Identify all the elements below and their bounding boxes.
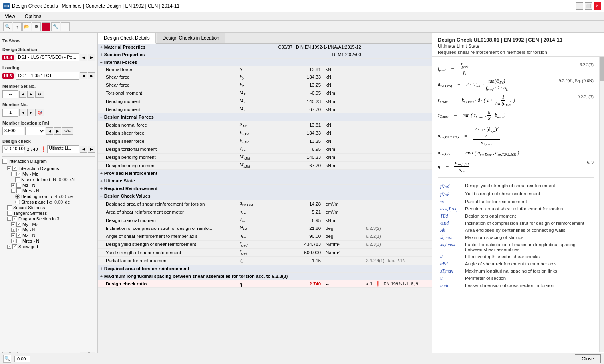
- design-check-code-input[interactable]: UL0108.01: [2, 145, 24, 153]
- expand-icon-5[interactable]: −: [7, 217, 11, 221]
- toolbar-btn-7[interactable]: ≡: [61, 22, 70, 31]
- dforce-name-6: Design bending moment: [98, 161, 237, 169]
- member-input[interactable]: 1: [2, 109, 18, 117]
- tree-mz-n[interactable]: + Mz - N: [2, 182, 95, 188]
- tree-n-user[interactable]: N user-defined N 0.00 kN: [2, 177, 95, 182]
- expand-icon-1[interactable]: −: [7, 166, 11, 170]
- member-action-button[interactable]: 🎯: [35, 109, 44, 116]
- ds-prev-button[interactable]: ◀: [80, 54, 87, 61]
- loc-prev-button[interactable]: ◀: [46, 127, 53, 135]
- restore-button[interactable]: ⬜: [585, 2, 592, 10]
- ds-next-button[interactable]: ▶: [88, 54, 95, 61]
- tree-cb-grid[interactable]: [12, 244, 17, 249]
- toolbar-btn-6[interactable]: 🔧: [51, 22, 60, 31]
- expand-icon-4[interactable]: −: [11, 189, 15, 193]
- toolbar-btn-3[interactable]: 📂: [22, 22, 31, 31]
- toolbar-btn-1[interactable]: 🔍: [3, 22, 12, 31]
- tree-cb-3[interactable]: [15, 177, 20, 182]
- expand-section[interactable]: +: [100, 53, 103, 57]
- tree-my-mz[interactable]: − My - Mz: [2, 171, 95, 177]
- expand-icon-10[interactable]: +: [7, 245, 11, 249]
- expand-icon-8[interactable]: +: [11, 233, 15, 237]
- tree-cb-secant[interactable]: [7, 205, 12, 210]
- tree-cb-tangent[interactable]: [7, 211, 12, 216]
- expand-required[interactable]: +: [100, 186, 103, 191]
- tree-cb-2[interactable]: [16, 172, 21, 176]
- def-sym: Ak: [439, 227, 463, 233]
- expand-check-values[interactable]: −: [100, 194, 103, 198]
- right-content[interactable]: fy,wd = fy,wk γs 6.2.3(3) asw,T,req: [432, 57, 599, 352]
- loc-ratio-button[interactable]: x/x₀: [62, 127, 73, 135]
- design-situation-input[interactable]: DS1 - ULS (STR/GEO) - Perma...: [16, 53, 79, 61]
- tree-mresn2[interactable]: + Mres - N: [2, 238, 95, 244]
- minimize-button[interactable]: —: [576, 2, 583, 10]
- close-button[interactable]: ✕: [594, 2, 601, 10]
- radio-stress[interactable]: [15, 200, 20, 204]
- expand-icon-7[interactable]: +: [11, 228, 15, 232]
- member-next-button[interactable]: ▶: [27, 109, 34, 116]
- right-scroll-thumb[interactable]: [600, 57, 604, 81]
- material-row: +Material Properties C30/37 | DIN EN 199…: [98, 44, 432, 51]
- ms-prev-button[interactable]: ◀: [19, 91, 26, 98]
- member-location-input[interactable]: 3.600: [2, 127, 24, 135]
- right-scroll-track[interactable]: [599, 57, 604, 352]
- loading-input[interactable]: CO1 - 1.35 * LC1: [16, 72, 79, 80]
- expand-icon-3[interactable]: +: [11, 183, 15, 187]
- expand-ultimate[interactable]: +: [100, 179, 103, 183]
- tree-interaction-diagrams[interactable]: − Interaction Diagrams: [2, 166, 95, 171]
- menu-view[interactable]: View: [3, 13, 17, 20]
- ms-next-button[interactable]: ▶: [27, 91, 34, 98]
- tree-cb-myn[interactable]: [16, 228, 21, 232]
- radio-bending[interactable]: [15, 194, 20, 199]
- tree-cb-5[interactable]: [16, 188, 21, 193]
- tree-cb-mymz2[interactable]: [16, 222, 21, 227]
- design-check-type-input[interactable]: Ultimate Li...: [47, 145, 79, 153]
- center-scroll[interactable]: +Material Properties C30/37 | DIN EN 199…: [98, 44, 432, 364]
- tree-cb-4[interactable]: [16, 183, 21, 188]
- expand-material[interactable]: +: [100, 45, 103, 49]
- cv-row-5: Design yield strength of shear reinforce…: [98, 240, 432, 248]
- expand-max-spacing[interactable]: +: [100, 274, 103, 279]
- tree-mymz2[interactable]: + My - Mz: [2, 222, 95, 227]
- tree-cb-mzn2[interactable]: [16, 233, 21, 238]
- tree-mzn2[interactable]: + Mz - N: [2, 233, 95, 238]
- toolbar-btn-4[interactable]: ⚙: [32, 22, 41, 31]
- toolbar-btn-2[interactable]: ↑: [13, 22, 22, 31]
- tree-stress-plane[interactable]: Stress plane i α 0.00 de: [2, 199, 95, 205]
- expand-design-internal[interactable]: −: [100, 115, 103, 119]
- interaction-diagram-checkbox-row[interactable]: Interaction Diagram: [2, 158, 95, 164]
- close-button[interactable]: Close: [575, 354, 601, 363]
- loading-prev-button[interactable]: ◀: [80, 72, 87, 79]
- expand-icon-2[interactable]: −: [11, 172, 15, 176]
- expand-icon-9[interactable]: +: [11, 239, 15, 243]
- divider-right: [438, 177, 594, 178]
- tree-myn[interactable]: + My - N: [2, 227, 95, 233]
- interaction-diagram-checkbox[interactable]: [2, 159, 7, 164]
- tree-bending-mom[interactable]: Bending mom α 45.00 de: [2, 194, 95, 199]
- toolbar-btn-5[interactable]: !: [42, 22, 50, 31]
- menu-options[interactable]: Options: [23, 13, 43, 20]
- loading-next-button[interactable]: ▶: [88, 72, 95, 79]
- member-prev-button[interactable]: ◀: [19, 109, 26, 116]
- tree-cb-mresn2[interactable]: [16, 239, 21, 243]
- dc-next-button[interactable]: ▶: [88, 146, 95, 153]
- expand-provided[interactable]: +: [100, 171, 103, 176]
- tree-secant[interactable]: Secant Stiffness: [2, 205, 95, 210]
- expand-internal[interactable]: −: [100, 60, 103, 65]
- tree-cb-1[interactable]: [12, 166, 17, 171]
- loc-next-button[interactable]: ▶: [54, 127, 61, 135]
- expand-icon-6[interactable]: +: [11, 222, 15, 226]
- status-search-icon[interactable]: 🔍: [3, 355, 11, 363]
- dc-prev-button[interactable]: ◀: [80, 146, 87, 153]
- tab-design-check-details[interactable]: Design Check Details: [98, 33, 156, 44]
- ms-action-button[interactable]: ⚙: [35, 91, 44, 98]
- member-set-input[interactable]: --: [2, 90, 18, 98]
- tab-design-checks-location[interactable]: Design Checks in Location: [157, 33, 225, 43]
- tree-show-grid[interactable]: + Show grid: [2, 244, 95, 249]
- expand-torsion[interactable]: +: [100, 267, 103, 271]
- tree-cb-diagram[interactable]: [12, 216, 17, 221]
- tree-diagram-section[interactable]: − Diagram Section in 3: [2, 216, 95, 222]
- tree-tangent[interactable]: Tangent Stiffness: [2, 210, 95, 216]
- location-select[interactable]: [25, 127, 45, 135]
- tree-mres-n[interactable]: − Mres - N: [2, 188, 95, 194]
